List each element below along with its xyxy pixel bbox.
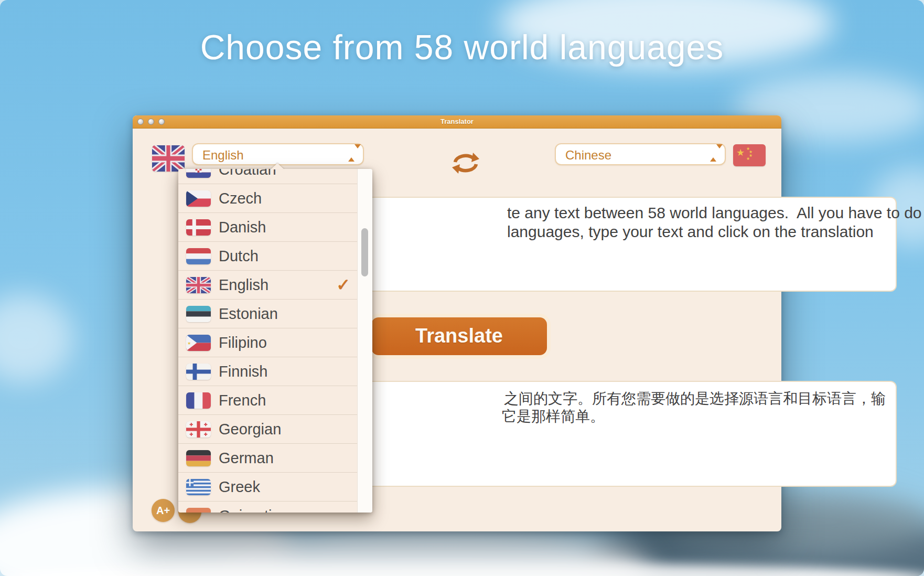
list-item-czech[interactable]: Czech	[178, 184, 358, 213]
target-flag-icon: ★ ★ ★ ★ ★	[733, 144, 766, 166]
list-item-danish[interactable]: Danish	[178, 213, 358, 242]
list-item-greek[interactable]: Greek	[178, 473, 358, 502]
denmark-flag-icon	[186, 219, 211, 236]
list-item-dutch[interactable]: Dutch	[178, 242, 358, 271]
list-item-georgian[interactable]: Georgian	[178, 415, 358, 444]
target-language-select[interactable]: Chinese	[555, 143, 726, 165]
list-item-english[interactable]: English ✓	[178, 271, 358, 300]
source-text-fragment: languages, type your text and click on t…	[507, 223, 874, 241]
dropdown-pointer	[271, 163, 284, 169]
translator-window: Translator English Chin	[133, 115, 781, 531]
target-language-value: Chinese	[565, 148, 611, 163]
window-title: Translator	[133, 118, 781, 125]
language-label: French	[219, 392, 266, 409]
india-flag-icon	[186, 508, 211, 513]
swap-arrows-icon	[449, 152, 482, 175]
cloud-left-edge	[0, 294, 73, 383]
language-label: English	[219, 276, 268, 294]
svg-text:★: ★	[736, 147, 745, 158]
list-item-estonian[interactable]: Estonian	[178, 300, 358, 328]
target-text-area[interactable]: 有 之间的文字。所有您需要做的是选择源语言和目标语言，输 入 它是那样简单。	[288, 381, 897, 487]
netherlands-flag-icon	[186, 248, 211, 264]
germany-flag-icon	[186, 450, 211, 466]
source-flag-icon	[152, 145, 185, 172]
list-item-gujarati[interactable]: Gujarati	[178, 502, 358, 513]
language-label: Finnish	[219, 363, 268, 380]
svg-text:★: ★	[746, 156, 750, 161]
czech-republic-flag-icon	[186, 190, 211, 207]
language-label: Estonian	[219, 305, 278, 323]
source-language-value: English	[202, 148, 244, 163]
language-label: Filipino	[219, 334, 267, 351]
language-label: Croatian	[219, 169, 276, 178]
selected-checkmark-icon: ✓	[336, 275, 350, 295]
france-flag-icon	[186, 392, 211, 409]
source-language-dropdown: Croatian Czech	[178, 169, 372, 513]
screenshot-stage: Choose from 58 world languages Translato…	[0, 0, 924, 576]
source-text-area[interactable]: Wi te any text between 58 world language…	[288, 197, 897, 292]
philippines-flag-icon: ★	[186, 335, 211, 351]
list-item-finnish[interactable]: Finnish	[178, 357, 358, 386]
list-item-croatian[interactable]: Croatian	[178, 169, 358, 184]
estonia-flag-icon	[186, 306, 211, 322]
source-language-select[interactable]: English	[192, 143, 364, 165]
translate-button[interactable]: Translate	[371, 317, 547, 355]
dropdown-scrollbar-track	[357, 169, 372, 513]
language-label: German	[219, 450, 274, 467]
language-label: Gujarati	[219, 507, 272, 513]
stepper-arrows-icon	[348, 148, 354, 158]
target-text-fragment: 它是那样简单。	[502, 408, 605, 425]
list-item-filipino[interactable]: ★ Filipino	[178, 328, 358, 357]
language-label: Dutch	[219, 248, 259, 265]
target-text-fragment: 之间的文字。所有您需要做的是选择源语言和目标语言，输	[504, 390, 886, 407]
source-text-fragment: te any text between 58 world languages. …	[507, 204, 922, 222]
list-item-german[interactable]: German	[178, 444, 358, 473]
list-item-french[interactable]: French	[178, 386, 358, 415]
finland-flag-icon	[186, 364, 211, 380]
window-titlebar[interactable]: Translator	[133, 115, 781, 129]
language-label: Czech	[219, 190, 262, 207]
font-increase-button[interactable]: A+	[152, 499, 175, 522]
united-kingdom-flag-icon	[186, 277, 211, 293]
georgia-flag-icon	[186, 421, 211, 438]
stepper-arrows-icon	[710, 148, 716, 158]
language-label: Greek	[219, 478, 260, 496]
page-title: Choose from 58 world languages	[0, 27, 924, 67]
language-label: Georgian	[219, 421, 281, 438]
dropdown-scrollbar-thumb[interactable]	[361, 228, 368, 276]
greece-flag-icon	[186, 479, 211, 495]
croatia-flag-icon	[186, 169, 211, 178]
svg-text:★: ★	[187, 341, 191, 346]
language-label: Danish	[219, 219, 266, 236]
swap-languages-button[interactable]	[449, 152, 482, 175]
